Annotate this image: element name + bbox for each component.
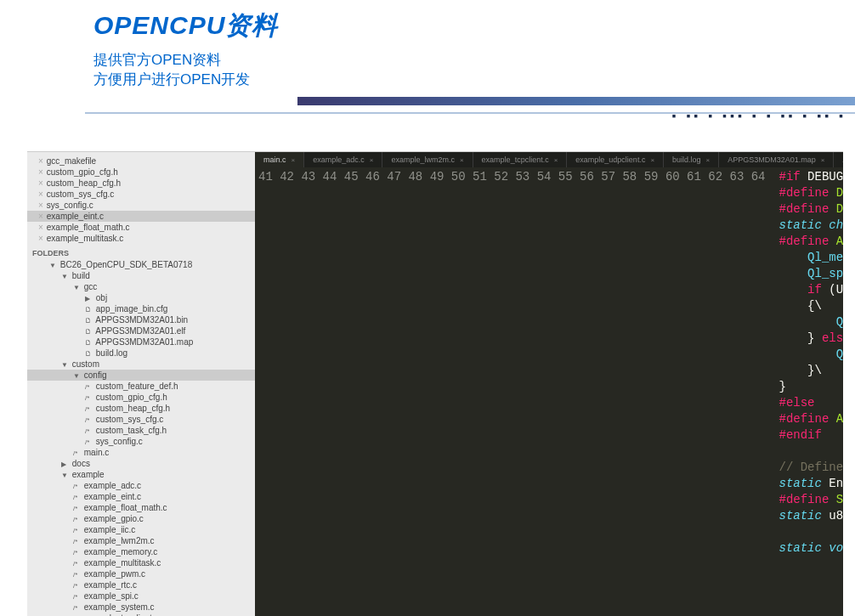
tree-item[interactable]: /* example_gpio.c: [27, 513, 255, 524]
tree-item[interactable]: ▶ obj: [27, 292, 255, 303]
tab-bar[interactable]: main.c×example_adc.c×example_lwm2m.c×exa…: [255, 152, 843, 167]
close-icon[interactable]: ×: [460, 156, 464, 164]
tree-item[interactable]: /* example_multitask.c: [27, 557, 255, 568]
tab-label: example_adc.c: [313, 155, 365, 164]
editor-tab[interactable]: example_adc.c×: [304, 152, 382, 167]
close-icon[interactable]: ×: [650, 156, 654, 164]
folders-header: FOLDERS: [27, 244, 255, 259]
close-icon[interactable]: ×: [554, 156, 558, 164]
tree-item[interactable]: /* example_spi.c: [27, 591, 255, 602]
tree-item[interactable]: /* example_eint.c: [27, 491, 255, 502]
tree-item[interactable]: ▼ build: [27, 270, 255, 281]
open-file-item[interactable]: × custom_gpio_cfg.h: [27, 167, 255, 178]
line-gutter: 41 42 43 44 45 46 47 48 49 50 51 52 53 5…: [255, 167, 774, 616]
tree-item[interactable]: ▼ example: [27, 469, 255, 480]
close-icon[interactable]: ×: [370, 156, 374, 164]
editor-tab[interactable]: APPGS3MDM32A01.elf×: [834, 152, 843, 167]
open-file-item[interactable]: × custom_heap_cfg.h: [27, 178, 255, 189]
tree-item[interactable]: /* custom_task_cfg.h: [27, 425, 255, 436]
tree-item[interactable]: /* custom_gpio_cfg.h: [27, 392, 255, 403]
open-file-item[interactable]: × gcc_makefile: [27, 155, 255, 167]
ide-window: × gcc_makefile× custom_gpio_cfg.h× custo…: [27, 151, 843, 616]
tree-item[interactable]: ▼ gcc: [27, 281, 255, 292]
tab-label: APPGS3MDM32A01.elf: [842, 155, 843, 164]
code-area[interactable]: 41 42 43 44 45 46 47 48 49 50 51 52 53 5…: [255, 167, 843, 616]
tree-item[interactable]: 🗋 APPGS3MDM32A01.map: [27, 336, 255, 348]
open-file-item[interactable]: × sys_config.c: [27, 200, 255, 211]
tree-item[interactable]: /* example_pwm.c: [27, 568, 255, 579]
tree-item[interactable]: /* example_system.c: [27, 602, 255, 613]
tree-item[interactable]: /* main.c: [27, 447, 255, 458]
open-file-item[interactable]: × example_eint.c: [27, 211, 255, 222]
slide-header: OPENCPU资料 提供官方OPEN资料 方便用户进行OPEN开发: [0, 0, 855, 89]
tree-item[interactable]: /* custom_heap_cfg.h: [27, 403, 255, 414]
close-icon[interactable]: ×: [292, 156, 296, 164]
tree-item[interactable]: /* example_float_math.c: [27, 502, 255, 513]
tree-item[interactable]: /* custom_feature_def.h: [27, 381, 255, 392]
open-file-item[interactable]: × example_float_math.c: [27, 222, 255, 233]
tree-item[interactable]: ▶ docs: [27, 458, 255, 469]
tab-label: APPGS3MDM32A01.map: [728, 155, 816, 164]
editor-tab[interactable]: build.log×: [664, 152, 719, 167]
code-text[interactable]: #if DEBUG_ENABLE > 0 #define DEBUG_PORT …: [774, 167, 844, 616]
tree-item[interactable]: ▼ config: [27, 370, 255, 381]
tab-label: build.log: [672, 155, 701, 164]
editor-tab[interactable]: example_udpclient.c×: [567, 152, 664, 167]
editor-tab[interactable]: example_lwm2m.c×: [382, 152, 473, 167]
tree-item[interactable]: /* custom_sys_cfg.c: [27, 414, 255, 425]
tree-item[interactable]: /* sys_config.c: [27, 436, 255, 447]
decorative-band: ▪ ▪▪ ▪ ▪▪▪ ▪ ▪ ▪▪ ▪ ▪▪ ▪: [297, 85, 855, 119]
tree-item[interactable]: /* example_tcpclient.c: [27, 613, 255, 616]
tree-item[interactable]: /* example_rtc.c: [27, 579, 255, 591]
close-icon[interactable]: ×: [821, 156, 825, 164]
close-icon[interactable]: ×: [706, 156, 711, 164]
open-file-item[interactable]: × custom_sys_cfg.c: [27, 189, 255, 200]
tree-item[interactable]: 🗋 app_image_bin.cfg: [27, 303, 255, 314]
tree-item[interactable]: /* example_iic.c: [27, 524, 255, 535]
tab-label: example_udpclient.c: [575, 155, 645, 164]
tree-item[interactable]: /* example_adc.c: [27, 480, 255, 491]
subtitle-1: 提供官方OPEN资料: [93, 50, 855, 70]
page-title: OPENCPU资料: [93, 8, 855, 43]
tab-label: example_tcpclient.c: [482, 155, 549, 164]
tree-item[interactable]: ▼ BC26_OpenCPU_SDK_BETA0718: [27, 259, 255, 270]
tree-item[interactable]: /* example_memory.c: [27, 546, 255, 557]
tree-item[interactable]: 🗋 build.log: [27, 348, 255, 359]
editor-pane: main.c×example_adc.c×example_lwm2m.c×exa…: [255, 152, 843, 616]
tree-item[interactable]: 🗋 APPGS3MDM32A01.elf: [27, 325, 255, 336]
tree-item[interactable]: ▼ custom: [27, 359, 255, 370]
tab-label: example_lwm2m.c: [391, 155, 455, 164]
tree-item[interactable]: 🗋 APPGS3MDM32A01.bin: [27, 314, 255, 325]
open-file-item[interactable]: × example_multitask.c: [27, 233, 255, 244]
sidebar[interactable]: × gcc_makefile× custom_gpio_cfg.h× custo…: [27, 152, 255, 616]
tree-item[interactable]: /* example_lwm2m.c: [27, 535, 255, 546]
editor-tab[interactable]: APPGS3MDM32A01.map×: [719, 152, 834, 167]
tab-label: main.c: [263, 155, 286, 164]
editor-tab[interactable]: example_tcpclient.c×: [473, 152, 568, 167]
editor-tab[interactable]: main.c×: [255, 152, 304, 167]
